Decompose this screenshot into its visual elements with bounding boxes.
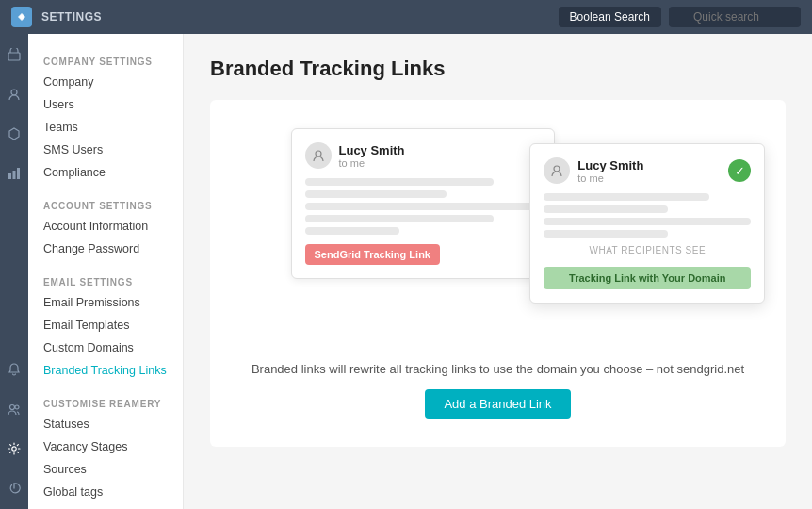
sidebar-item-vacancy-groups[interactable]: Vacancy Groups — [28, 503, 183, 509]
svg-rect-5 — [13, 171, 16, 179]
email-line — [305, 227, 399, 235]
check-badge: ✓ — [728, 159, 751, 182]
add-branded-link-button[interactable]: Add a Branded Link — [425, 389, 570, 419]
sidebar-item-email-templates[interactable]: Email Templates — [28, 314, 183, 337]
email-settings-title: EMAIL SETTINGS — [28, 270, 183, 291]
avatar-1 — [305, 142, 332, 169]
sidebar-item-sms-users[interactable]: SMS Users — [28, 139, 183, 161]
search-wrapper: 🔍 — [669, 7, 801, 27]
sidebar-item-custom-domains[interactable]: Custom Domains — [28, 337, 183, 359]
svg-rect-2 — [8, 53, 20, 60]
email-card-original: Lucy Smith to me SendGrid Tracking Link — [291, 128, 555, 279]
svg-point-8 — [15, 405, 19, 409]
svg-point-11 — [554, 166, 560, 172]
icon-bar — [0, 34, 28, 509]
sidebar-item-users[interactable]: Users — [28, 93, 183, 116]
sidebar-item-account-info[interactable]: Account Information — [28, 215, 183, 238]
sender-name-2: Lucy Smith — [577, 158, 643, 172]
sidebar-item-email-permissions[interactable]: Email Premissions — [28, 291, 183, 314]
customise-title: CUSTOMISE REAMERY — [28, 391, 183, 413]
app-logo — [11, 7, 32, 27]
main-card: Lucy Smith to me SendGrid Tracking Link — [210, 100, 786, 447]
icon-bar-candidates[interactable] — [3, 83, 25, 106]
sidebar-item-global-tags[interactable]: Global tags — [28, 481, 183, 503]
svg-point-7 — [10, 405, 15, 410]
sidebar-item-statuses[interactable]: Statuses — [28, 413, 183, 435]
email-line — [305, 178, 494, 186]
what-recipients-label: WHAT RECIPIENTS SEE — [544, 245, 751, 255]
email-line — [544, 205, 668, 213]
icon-bar-chart[interactable] — [3, 162, 25, 185]
content-area: Branded Tracking Links Lucy Smith to me — [184, 34, 812, 509]
email-line — [305, 203, 541, 210]
branded-info-text: Branded links will rewrite all tracking … — [233, 362, 763, 376]
email-illustration: Lucy Smith to me SendGrid Tracking Link — [233, 128, 763, 336]
sidebar-item-branded-tracking[interactable]: Branded Tracking Links — [28, 359, 183, 382]
sidebar-item-vacancy-stages[interactable]: Vacancy Stages — [28, 435, 183, 458]
email-line — [305, 215, 494, 222]
sidebar-item-teams[interactable]: Teams — [28, 116, 183, 139]
icon-bar-nav[interactable] — [3, 123, 25, 145]
sendgrid-tracking-btn: SendGrid Tracking Link — [305, 244, 440, 265]
email-line — [544, 193, 709, 201]
email-card-recipients: Lucy Smith to me ✓ WHAT RECIPIENTS SEE T… — [529, 143, 765, 304]
topbar: SETTINGS Boolean Search 🔍 — [0, 0, 812, 34]
email-card-1-sender-info: Lucy Smith to me — [339, 143, 405, 169]
topbar-right: Boolean Search 🔍 — [559, 7, 801, 27]
topbar-left: SETTINGS — [11, 7, 102, 27]
branded-info: Branded links will rewrite all tracking … — [233, 362, 763, 419]
svg-point-3 — [11, 90, 17, 95]
sidebar-item-compliance[interactable]: Compliance — [28, 161, 183, 184]
svg-rect-4 — [8, 173, 11, 179]
icon-bar-notifications[interactable] — [3, 358, 25, 381]
company-settings-title: COMPANY SETTINGS — [28, 49, 183, 71]
icon-bar-settings[interactable] — [3, 437, 25, 460]
svg-point-9 — [12, 447, 16, 451]
sidebar-item-sources[interactable]: Sources — [28, 458, 183, 481]
sender-name-1: Lucy Smith — [339, 143, 405, 157]
email-line — [544, 230, 668, 238]
icon-bar-people[interactable] — [3, 398, 25, 420]
tracking-link-btn: Tracking Link with Your Domain — [544, 267, 751, 289]
boolean-search-button[interactable]: Boolean Search — [559, 7, 661, 27]
avatar-2 — [544, 157, 570, 184]
sender-to-2: to me — [577, 172, 643, 184]
topbar-title: SETTINGS — [41, 10, 102, 24]
account-settings-title: ACCOUNT SETTINGS — [28, 193, 183, 215]
page-title: Branded Tracking Links — [210, 57, 786, 81]
icon-bar-power[interactable] — [3, 477, 25, 500]
email-line — [305, 190, 447, 198]
email-card-2-header: Lucy Smith to me ✓ — [544, 157, 751, 184]
email-lines-2 — [544, 193, 751, 238]
sidebar-item-company[interactable]: Company — [28, 71, 183, 93]
main-layout: COMPANY SETTINGS Company Users Teams SMS… — [0, 34, 812, 509]
sidebar: COMPANY SETTINGS Company Users Teams SMS… — [28, 34, 184, 509]
sender-to-1: to me — [339, 157, 405, 169]
search-input[interactable] — [669, 7, 801, 27]
email-card-2-sender-info: Lucy Smith to me — [577, 158, 643, 184]
email-card-1-header: Lucy Smith to me — [305, 142, 541, 169]
svg-point-1 — [20, 15, 24, 19]
icon-bar-home[interactable] — [3, 43, 25, 66]
email-line — [544, 218, 751, 225]
email-lines-1 — [305, 178, 541, 235]
svg-point-10 — [316, 151, 321, 156]
svg-rect-6 — [17, 168, 20, 179]
sidebar-item-change-password[interactable]: Change Password — [28, 238, 183, 260]
